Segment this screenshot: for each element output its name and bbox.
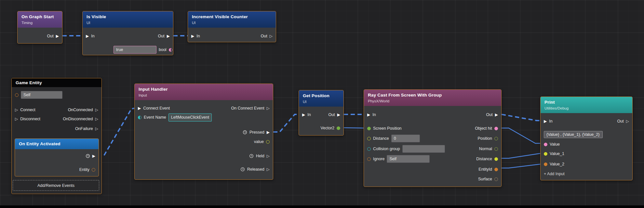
entityid-port-icon[interactable]	[494, 168, 498, 171]
exec-in-port-icon[interactable]: ▶	[302, 113, 305, 117]
node-input-handler[interactable]: Input Handler Input ▶ Connect Event On C…	[134, 84, 273, 180]
distance-out-port-icon[interactable]	[494, 157, 498, 161]
normal-port-icon[interactable]	[494, 147, 498, 151]
node-header[interactable]: Get Position UI	[299, 90, 343, 107]
event-name-input[interactable]	[168, 113, 212, 122]
edge-pressed--get-position-in[interactable]	[273, 114, 299, 132]
node-game-entity[interactable]: Game Entity ▷ Connect OnConnected ▷ ▷ Di…	[11, 78, 102, 194]
exec-connect-port-icon[interactable]: ▷	[15, 108, 18, 112]
timer-icon	[86, 154, 90, 158]
object-hit-port-icon[interactable]	[494, 127, 498, 130]
node-header[interactable]: Input Handler Input	[135, 84, 273, 100]
port-surface-label: Surface	[478, 177, 492, 181]
value2-port-icon[interactable]	[544, 162, 547, 166]
port-distance-in-label: Distance	[373, 136, 389, 141]
exec-onfailure-port-icon[interactable]: ▷	[95, 127, 98, 131]
bool-value-input[interactable]	[114, 46, 156, 54]
node-header[interactable]: On Graph Start Timing	[18, 11, 62, 28]
port-connect-event-label: Connect Event	[143, 106, 170, 110]
node-header[interactable]: Game Entity	[12, 78, 101, 87]
exec-held-port-icon[interactable]: ▷	[267, 154, 270, 158]
value-port-icon[interactable]	[544, 143, 547, 146]
surface-port-icon[interactable]	[494, 177, 498, 181]
add-input-label: + Add Input	[544, 172, 565, 176]
edge-vector2--screen-position[interactable]	[344, 128, 364, 128]
collision-group-port-icon[interactable]	[367, 147, 371, 151]
port-value-label: Value	[550, 142, 560, 147]
entity-port-icon[interactable]	[15, 93, 19, 97]
node-header[interactable]: Ray Cast From Screen With Group PhysX/Wo…	[364, 90, 501, 106]
edge-ray-cast-out--print-in[interactable]	[502, 114, 540, 121]
edge-entity-id--value-2[interactable]	[502, 164, 540, 168]
port-out-label: Out	[486, 112, 493, 117]
edge-object-hit--value[interactable]	[502, 128, 540, 143]
node-graph-canvas[interactable]: On Graph Start Timing Out ▶ Is Visible U…	[0, 0, 644, 208]
port-in-label: In	[549, 119, 552, 124]
node-on-graph-start[interactable]: On Graph Start Timing Out ▶	[17, 11, 62, 44]
edge-on-entity-activated--connect-event[interactable]	[104, 108, 134, 155]
add-input-button[interactable]: + Add Input	[541, 170, 632, 178]
port-held-label: Held	[256, 154, 264, 158]
value-port-icon[interactable]	[266, 140, 270, 144]
subnode-header[interactable]: On Entity Activated	[15, 139, 99, 149]
distance-in-port-icon[interactable]	[367, 137, 371, 140]
exec-ondisconnected-port-icon[interactable]: ▷	[95, 117, 98, 121]
bottom-bar	[0, 205, 644, 208]
exec-out-port-icon[interactable]: ▷	[270, 34, 273, 38]
port-out-label: Out	[617, 119, 624, 124]
port-out-label: Out	[329, 112, 335, 117]
ignore-input[interactable]	[387, 155, 430, 163]
exec-out-port-icon[interactable]: ▶	[495, 113, 498, 117]
node-header[interactable]: Print Utilities/Debug	[541, 97, 632, 113]
vector2-port-icon[interactable]	[337, 126, 340, 130]
exec-out-port-icon[interactable]: ▷	[626, 119, 629, 123]
node-title: Is Visible	[87, 14, 169, 19]
exec-in-port-icon[interactable]: ▶	[544, 119, 547, 123]
screen-position-port-icon[interactable]	[367, 127, 371, 130]
collision-group-input[interactable]	[402, 145, 445, 153]
port-entity-label: Entity	[79, 167, 89, 172]
exec-out-port-icon[interactable]: ▶	[167, 34, 170, 38]
edge-distance--value-1[interactable]	[502, 153, 540, 158]
subnode-title: On Entity Activated	[19, 141, 95, 146]
self-entity-input[interactable]	[21, 91, 62, 99]
exec-in-port-icon[interactable]: ▶	[191, 34, 194, 38]
position-port-icon[interactable]	[494, 137, 498, 140]
exec-released-port-icon[interactable]: ▷	[267, 167, 270, 171]
exec-out-port-icon[interactable]: ▶	[56, 34, 59, 38]
node-title: Ray Cast From Screen With Group	[368, 93, 497, 98]
ignore-port-icon[interactable]	[367, 157, 371, 161]
format-string-input[interactable]	[544, 131, 603, 138]
node-ray-cast-from-screen-with-group[interactable]: Ray Cast From Screen With Group PhysX/Wo…	[364, 89, 502, 187]
node-is-visible[interactable]: Is Visible UI ▶ In Out ▶ bool	[82, 11, 173, 55]
exec-activated-port-icon[interactable]: ▶	[92, 154, 95, 158]
subnode-on-entity-activated[interactable]: On Entity Activated ▶ Entity	[15, 138, 99, 176]
node-get-position[interactable]: Get Position UI ▶ In Out ▶ Vector2	[299, 90, 344, 136]
exec-onconnected-port-icon[interactable]: ▷	[95, 108, 98, 112]
exec-pressed-port-icon[interactable]: ▶	[267, 130, 270, 134]
add-remove-events-button[interactable]: Add/Remove Events	[13, 180, 99, 191]
port-type-label: bool	[159, 47, 167, 52]
node-category: PhysX/World	[368, 99, 497, 103]
event-name-label: Event Name	[144, 115, 166, 120]
node-header[interactable]: Increment Visible Counter UI	[188, 11, 276, 28]
exec-disconnect-port-icon[interactable]: ▷	[15, 117, 18, 121]
port-out-label: Out	[158, 34, 165, 38]
string-port-icon[interactable]	[138, 116, 141, 119]
exec-out-port-icon[interactable]: ▶	[337, 113, 340, 117]
node-header[interactable]: Is Visible UI	[83, 11, 173, 28]
exec-connect-event-port-icon[interactable]: ▶	[138, 106, 141, 110]
node-print[interactable]: Print Utilities/Debug ▶ In Out ▷ Value V…	[540, 97, 633, 180]
exec-on-connect-event-port-icon[interactable]: ▷	[267, 106, 270, 110]
exec-in-port-icon[interactable]: ▶	[86, 34, 89, 38]
port-onconnected-label: OnConnected	[68, 108, 93, 112]
port-in-label: In	[372, 112, 376, 117]
value1-port-icon[interactable]	[544, 152, 547, 156]
node-category: Timing	[21, 21, 58, 25]
exec-in-port-icon[interactable]: ▶	[367, 113, 370, 117]
bool-port-icon[interactable]	[169, 48, 172, 52]
node-increment-visible-counter[interactable]: Increment Visible Counter UI ▶ In Out ▷	[188, 11, 276, 42]
distance-input[interactable]	[391, 135, 420, 142]
entity-out-port-icon[interactable]	[92, 168, 95, 172]
node-category: UI	[87, 21, 169, 25]
